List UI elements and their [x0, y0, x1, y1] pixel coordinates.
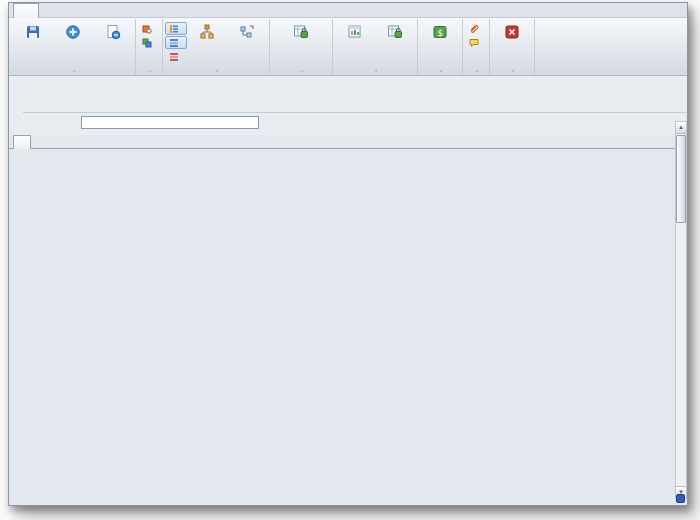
app-window: ⌟ ⌟	[8, 2, 688, 506]
insertar-item-button[interactable]	[53, 20, 93, 42]
provision-button[interactable]: $	[420, 20, 460, 42]
ribbon-group-label: ⌟	[335, 65, 415, 75]
dialog-launcher-icon[interactable]: ⌟	[216, 66, 219, 72]
comparar-icon	[141, 37, 152, 48]
add-item-icon	[64, 23, 82, 41]
scorecard-button[interactable]	[335, 20, 375, 42]
consumido-toggle[interactable]	[165, 36, 187, 49]
collapse-all-icon	[238, 23, 256, 41]
visualizar-icon	[141, 23, 152, 34]
exit-icon	[503, 23, 521, 41]
sheet-tabstrip	[9, 135, 687, 149]
export-model-icon	[292, 23, 310, 41]
tab-inversiones-de-medios[interactable]	[13, 135, 31, 149]
cerrar-todo-button[interactable]	[227, 20, 267, 42]
dialog-launcher-icon[interactable]: ⌟	[149, 66, 152, 72]
scroll-up-arrow[interactable]: ▲	[676, 122, 686, 134]
visualizar-button[interactable]	[138, 22, 160, 35]
nombre-corto-input[interactable]	[81, 116, 259, 129]
ribbon: ⌟ ⌟	[9, 18, 687, 76]
comparar-button[interactable]	[138, 36, 160, 49]
dialog-launcher-icon[interactable]: ⌟	[301, 66, 304, 72]
consumido-icon	[168, 37, 179, 48]
scrollbar-thumb[interactable]	[676, 135, 686, 223]
exportar-inversiones-button[interactable]	[375, 20, 415, 42]
ribbon-group-label: ⌟	[13, 65, 133, 75]
dialog-launcher-icon[interactable]: ⌟	[512, 66, 515, 72]
salir-button[interactable]	[492, 20, 532, 42]
vertical-scrollbar[interactable]: ▲ ▼	[675, 121, 687, 499]
abrir-todo-button[interactable]	[187, 20, 227, 42]
ribbon-group-label: ⌟	[492, 65, 532, 75]
dialog-launcher-icon[interactable]: ⌟	[476, 66, 479, 72]
dialog-launcher-icon[interactable]: ⌟	[73, 66, 76, 72]
ribbon-tabstrip	[9, 3, 687, 18]
saldo-toggle[interactable]	[165, 50, 187, 63]
ribbon-group-modulos: $ ⌟	[418, 19, 463, 75]
ribbon-group-reportes: ⌟	[333, 19, 418, 75]
insertar-subitem-button[interactable]	[93, 20, 133, 42]
comment-icon	[468, 37, 479, 48]
header-form	[9, 76, 687, 135]
ribbon-group-forecast: ⌟	[11, 19, 136, 75]
guardar-button[interactable]	[13, 20, 53, 42]
attachment-icon	[468, 23, 479, 34]
scorecard-icon	[346, 23, 364, 41]
subitems-toggle[interactable]	[165, 22, 187, 35]
ribbon-group-varios: ⌟	[463, 19, 490, 75]
tab-forecast[interactable]	[13, 3, 39, 18]
investments-grid	[35, 152, 675, 506]
archivos-button[interactable]	[465, 22, 487, 35]
ribbon-group-label: ⌟	[165, 65, 267, 75]
svg-text:$: $	[437, 28, 443, 38]
ribbon-group-label: ⌟	[138, 65, 160, 75]
subitems-icon	[168, 23, 179, 34]
comentarios-button[interactable]	[465, 36, 487, 49]
ribbon-group-versiones: ⌟	[136, 19, 163, 75]
export-investments-icon	[386, 23, 404, 41]
dialog-launcher-icon[interactable]: ⌟	[440, 66, 443, 72]
ribbon-group-label: ⌟	[272, 65, 330, 75]
ribbon-group-gen: ⌟	[490, 19, 535, 75]
ribbon-group-vista: ⌟	[163, 19, 270, 75]
ribbon-group-modelo: ⌟	[270, 19, 333, 75]
add-subitem-icon	[104, 23, 122, 41]
dialog-launcher-icon[interactable]: ⌟	[375, 66, 378, 72]
saldo-icon	[168, 51, 179, 62]
ribbon-group-label: ⌟	[420, 65, 460, 75]
exportar-modelo-button[interactable]	[272, 20, 330, 42]
ribbon-group-label: ⌟	[465, 65, 487, 75]
scroll-corner-badge	[676, 494, 685, 503]
expand-all-icon	[198, 23, 216, 41]
save-icon	[24, 23, 42, 41]
provision-icon: $	[431, 23, 449, 41]
